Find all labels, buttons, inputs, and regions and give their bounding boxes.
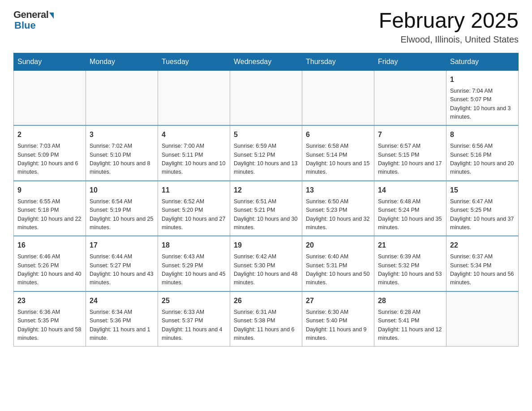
day-number: 22: [450, 240, 515, 251]
calendar-day-cell: 4Sunrise: 7:00 AMSunset: 5:11 PMDaylight…: [158, 125, 230, 181]
day-sun-info: Sunrise: 7:04 AMSunset: 5:07 PMDaylight:…: [450, 87, 515, 122]
day-sun-info: Sunrise: 6:47 AMSunset: 5:25 PMDaylight:…: [450, 197, 515, 232]
day-number: 21: [378, 240, 442, 251]
calendar-day-cell: 22Sunrise: 6:37 AMSunset: 5:34 PMDayligh…: [446, 236, 519, 291]
day-number: 24: [90, 295, 154, 306]
calendar-day-cell: [14, 70, 86, 125]
day-sun-info: Sunrise: 6:39 AMSunset: 5:32 PMDaylight:…: [378, 253, 442, 287]
calendar-day-cell: 9Sunrise: 6:55 AMSunset: 5:18 PMDaylight…: [14, 181, 86, 236]
calendar-day-cell: 11Sunrise: 6:52 AMSunset: 5:20 PMDayligh…: [158, 181, 230, 236]
day-number: 6: [306, 129, 370, 140]
calendar-day-cell: [230, 70, 302, 125]
day-number: 3: [90, 129, 154, 140]
logo-general-text: General: [13, 9, 48, 21]
calendar-day-cell: 3Sunrise: 7:02 AMSunset: 5:10 PMDaylight…: [86, 125, 158, 181]
day-of-week-header: Tuesday: [158, 53, 230, 70]
day-number: 1: [450, 74, 515, 85]
calendar-day-cell: 25Sunrise: 6:33 AMSunset: 5:37 PMDayligh…: [158, 291, 230, 347]
calendar-day-cell: 24Sunrise: 6:34 AMSunset: 5:36 PMDayligh…: [86, 291, 158, 347]
logo-arrow-icon: [49, 13, 54, 19]
calendar-day-cell: [86, 70, 158, 125]
calendar-day-cell: 14Sunrise: 6:48 AMSunset: 5:24 PMDayligh…: [374, 181, 446, 236]
day-sun-info: Sunrise: 6:42 AMSunset: 5:30 PMDaylight:…: [234, 253, 298, 287]
day-number: 11: [162, 185, 226, 196]
calendar-day-cell: [302, 70, 374, 125]
day-sun-info: Sunrise: 6:33 AMSunset: 5:37 PMDaylight:…: [162, 308, 226, 343]
day-sun-info: Sunrise: 6:50 AMSunset: 5:23 PMDaylight:…: [306, 197, 370, 232]
calendar-day-cell: 13Sunrise: 6:50 AMSunset: 5:23 PMDayligh…: [302, 181, 374, 236]
day-number: 9: [17, 185, 82, 196]
day-number: 7: [378, 129, 442, 140]
day-number: 20: [306, 240, 370, 251]
day-number: 17: [90, 240, 154, 251]
day-number: 26: [234, 295, 298, 306]
calendar-week-row: 9Sunrise: 6:55 AMSunset: 5:18 PMDaylight…: [14, 181, 519, 236]
calendar-day-cell: 5Sunrise: 6:59 AMSunset: 5:12 PMDaylight…: [230, 125, 302, 181]
calendar-day-cell: [374, 70, 446, 125]
day-sun-info: Sunrise: 7:00 AMSunset: 5:11 PMDaylight:…: [162, 142, 226, 177]
calendar-day-cell: 23Sunrise: 6:36 AMSunset: 5:35 PMDayligh…: [14, 291, 86, 347]
day-number: 8: [450, 129, 515, 140]
day-sun-info: Sunrise: 6:57 AMSunset: 5:15 PMDaylight:…: [378, 142, 442, 177]
day-sun-info: Sunrise: 6:34 AMSunset: 5:36 PMDaylight:…: [90, 308, 154, 343]
day-number: 25: [162, 295, 226, 306]
calendar-day-cell: 15Sunrise: 6:47 AMSunset: 5:25 PMDayligh…: [446, 181, 519, 236]
calendar-day-cell: 19Sunrise: 6:42 AMSunset: 5:30 PMDayligh…: [230, 236, 302, 291]
day-sun-info: Sunrise: 6:44 AMSunset: 5:27 PMDaylight:…: [90, 253, 154, 287]
day-sun-info: Sunrise: 6:55 AMSunset: 5:18 PMDaylight:…: [17, 197, 82, 232]
day-number: 12: [234, 185, 298, 196]
calendar-day-cell: 16Sunrise: 6:46 AMSunset: 5:26 PMDayligh…: [14, 236, 86, 291]
day-sun-info: Sunrise: 6:52 AMSunset: 5:20 PMDaylight:…: [162, 197, 226, 232]
calendar-day-cell: [158, 70, 230, 125]
calendar-day-cell: 6Sunrise: 6:58 AMSunset: 5:14 PMDaylight…: [302, 125, 374, 181]
calendar-day-cell: 18Sunrise: 6:43 AMSunset: 5:29 PMDayligh…: [158, 236, 230, 291]
day-sun-info: Sunrise: 6:36 AMSunset: 5:35 PMDaylight:…: [17, 308, 82, 343]
day-sun-info: Sunrise: 7:02 AMSunset: 5:10 PMDaylight:…: [90, 142, 154, 177]
day-number: 10: [90, 185, 154, 196]
day-sun-info: Sunrise: 6:59 AMSunset: 5:12 PMDaylight:…: [234, 142, 298, 177]
calendar-header-row: SundayMondayTuesdayWednesdayThursdayFrid…: [14, 53, 519, 70]
day-sun-info: Sunrise: 6:28 AMSunset: 5:41 PMDaylight:…: [378, 308, 442, 343]
day-number: 19: [234, 240, 298, 251]
day-of-week-header: Wednesday: [230, 53, 302, 70]
day-number: 4: [162, 129, 226, 140]
day-sun-info: Sunrise: 6:40 AMSunset: 5:31 PMDaylight:…: [306, 253, 370, 287]
calendar-table: SundayMondayTuesdayWednesdayThursdayFrid…: [13, 53, 519, 347]
day-number: 15: [450, 185, 515, 196]
day-number: 28: [378, 295, 442, 306]
calendar-day-cell: 20Sunrise: 6:40 AMSunset: 5:31 PMDayligh…: [302, 236, 374, 291]
day-sun-info: Sunrise: 6:58 AMSunset: 5:14 PMDaylight:…: [306, 142, 370, 177]
calendar-day-cell: [446, 291, 519, 347]
logo-blue-text: Blue: [14, 20, 36, 31]
calendar-week-row: 16Sunrise: 6:46 AMSunset: 5:26 PMDayligh…: [14, 236, 519, 291]
day-number: 5: [234, 129, 298, 140]
calendar-day-cell: 2Sunrise: 7:03 AMSunset: 5:09 PMDaylight…: [14, 125, 86, 181]
day-sun-info: Sunrise: 6:37 AMSunset: 5:34 PMDaylight:…: [450, 253, 515, 287]
calendar-day-cell: 1Sunrise: 7:04 AMSunset: 5:07 PMDaylight…: [446, 70, 519, 125]
calendar-day-cell: 8Sunrise: 6:56 AMSunset: 5:16 PMDaylight…: [446, 125, 519, 181]
calendar-week-row: 23Sunrise: 6:36 AMSunset: 5:35 PMDayligh…: [14, 291, 519, 347]
day-of-week-header: Friday: [374, 53, 446, 70]
calendar-day-cell: 10Sunrise: 6:54 AMSunset: 5:19 PMDayligh…: [86, 181, 158, 236]
title-section: February 2025 Elwood, Illinois, United S…: [379, 9, 519, 45]
day-number: 27: [306, 295, 370, 306]
calendar-week-row: 1Sunrise: 7:04 AMSunset: 5:07 PMDaylight…: [14, 70, 519, 125]
day-number: 16: [17, 240, 82, 251]
calendar-day-cell: 28Sunrise: 6:28 AMSunset: 5:41 PMDayligh…: [374, 291, 446, 347]
day-sun-info: Sunrise: 6:43 AMSunset: 5:29 PMDaylight:…: [162, 253, 226, 287]
day-number: 2: [17, 129, 82, 140]
day-of-week-header: Sunday: [14, 53, 86, 70]
day-sun-info: Sunrise: 7:03 AMSunset: 5:09 PMDaylight:…: [17, 142, 82, 177]
day-sun-info: Sunrise: 6:54 AMSunset: 5:19 PMDaylight:…: [90, 197, 154, 232]
calendar-day-cell: 12Sunrise: 6:51 AMSunset: 5:21 PMDayligh…: [230, 181, 302, 236]
calendar-day-cell: 21Sunrise: 6:39 AMSunset: 5:32 PMDayligh…: [374, 236, 446, 291]
day-sun-info: Sunrise: 6:31 AMSunset: 5:38 PMDaylight:…: [234, 308, 298, 343]
calendar-day-cell: 27Sunrise: 6:30 AMSunset: 5:40 PMDayligh…: [302, 291, 374, 347]
day-number: 23: [17, 295, 82, 306]
calendar-day-cell: 7Sunrise: 6:57 AMSunset: 5:15 PMDaylight…: [374, 125, 446, 181]
day-number: 13: [306, 185, 370, 196]
day-sun-info: Sunrise: 6:56 AMSunset: 5:16 PMDaylight:…: [450, 142, 515, 177]
day-sun-info: Sunrise: 6:46 AMSunset: 5:26 PMDaylight:…: [17, 253, 82, 287]
day-of-week-header: Monday: [86, 53, 158, 70]
logo: General Blue: [13, 9, 54, 31]
